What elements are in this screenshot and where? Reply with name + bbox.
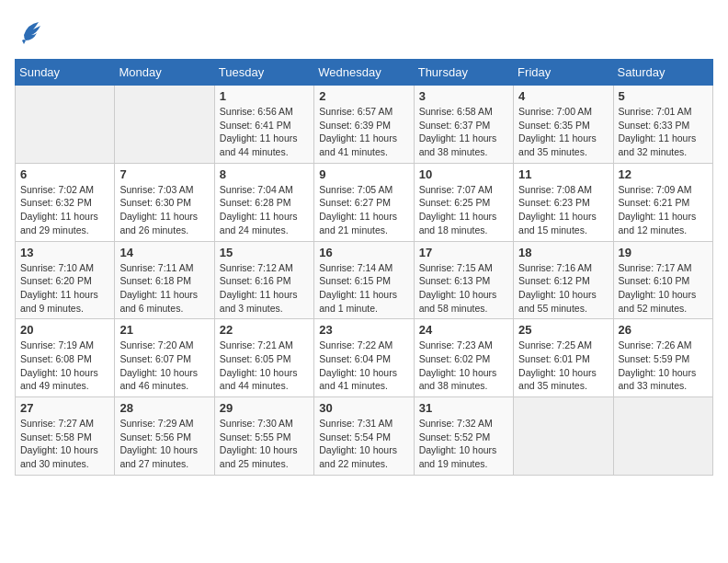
day-info: Sunrise: 7:21 AM Sunset: 6:05 PM Dayligh…	[220, 339, 309, 393]
day-number: 22	[220, 323, 309, 337]
day-info: Sunrise: 7:27 AM Sunset: 5:58 PM Dayligh…	[20, 417, 109, 471]
calendar-day-cell: 7Sunrise: 7:03 AM Sunset: 6:30 PM Daylig…	[115, 163, 214, 241]
day-number: 30	[319, 401, 408, 415]
calendar-day-cell: 17Sunrise: 7:15 AM Sunset: 6:13 PM Dayli…	[414, 241, 513, 319]
day-number: 13	[20, 246, 109, 259]
calendar-day-cell: 30Sunrise: 7:31 AM Sunset: 5:54 PM Dayli…	[314, 397, 414, 476]
day-info: Sunrise: 7:29 AM Sunset: 5:56 PM Dayligh…	[119, 417, 209, 471]
day-info: Sunrise: 7:16 AM Sunset: 6:12 PM Dayligh…	[518, 261, 608, 316]
day-number: 17	[419, 246, 508, 259]
day-number: 29	[220, 401, 309, 415]
calendar-day-cell: 15Sunrise: 7:12 AM Sunset: 6:16 PM Dayli…	[214, 241, 313, 319]
calendar-day-cell: 22Sunrise: 7:21 AM Sunset: 6:05 PM Dayli…	[214, 319, 313, 397]
calendar-day-cell	[613, 397, 712, 476]
day-info: Sunrise: 6:58 AM Sunset: 6:37 PM Dayligh…	[419, 105, 508, 159]
day-number: 27	[20, 401, 109, 415]
calendar-day-cell: 13Sunrise: 7:10 AM Sunset: 6:20 PM Dayli…	[16, 241, 115, 319]
weekday-header-tuesday: Tuesday	[214, 60, 313, 86]
day-number: 10	[419, 167, 508, 181]
day-info: Sunrise: 7:20 AM Sunset: 6:07 PM Dayligh…	[119, 339, 209, 393]
calendar-day-cell	[514, 397, 613, 476]
calendar-day-cell	[115, 86, 214, 164]
day-number: 5	[619, 89, 708, 103]
calendar-week-row: 1Sunrise: 6:56 AM Sunset: 6:41 PM Daylig…	[16, 86, 713, 164]
calendar-day-cell: 24Sunrise: 7:23 AM Sunset: 6:02 PM Dayli…	[414, 319, 513, 397]
day-number: 12	[619, 167, 708, 181]
calendar-week-row: 13Sunrise: 7:10 AM Sunset: 6:20 PM Dayli…	[16, 241, 713, 319]
weekday-header-wednesday: Wednesday	[314, 60, 414, 86]
calendar-week-row: 6Sunrise: 7:02 AM Sunset: 6:32 PM Daylig…	[16, 163, 713, 241]
day-info: Sunrise: 7:32 AM Sunset: 5:52 PM Dayligh…	[419, 417, 508, 471]
day-info: Sunrise: 7:10 AM Sunset: 6:20 PM Dayligh…	[20, 261, 109, 316]
calendar-day-cell: 14Sunrise: 7:11 AM Sunset: 6:18 PM Dayli…	[115, 241, 214, 319]
day-info: Sunrise: 7:07 AM Sunset: 6:25 PM Dayligh…	[419, 183, 508, 237]
calendar-day-cell: 10Sunrise: 7:07 AM Sunset: 6:25 PM Dayli…	[414, 163, 513, 241]
calendar-day-cell: 25Sunrise: 7:25 AM Sunset: 6:01 PM Dayli…	[514, 319, 613, 397]
day-number: 18	[518, 246, 608, 259]
day-info: Sunrise: 7:02 AM Sunset: 6:32 PM Dayligh…	[20, 183, 109, 237]
calendar-day-cell: 27Sunrise: 7:27 AM Sunset: 5:58 PM Dayli…	[16, 397, 115, 476]
day-number: 21	[119, 323, 209, 337]
day-info: Sunrise: 6:57 AM Sunset: 6:39 PM Dayligh…	[319, 105, 408, 159]
weekday-header-thursday: Thursday	[414, 60, 513, 86]
day-info: Sunrise: 7:26 AM Sunset: 5:59 PM Dayligh…	[619, 339, 708, 393]
day-number: 11	[518, 167, 608, 181]
weekday-header-saturday: Saturday	[613, 60, 712, 86]
day-info: Sunrise: 6:56 AM Sunset: 6:41 PM Dayligh…	[220, 105, 309, 159]
day-info: Sunrise: 7:23 AM Sunset: 6:02 PM Dayligh…	[419, 339, 508, 393]
logo	[15, 15, 48, 48]
calendar-day-cell: 11Sunrise: 7:08 AM Sunset: 6:23 PM Dayli…	[514, 163, 613, 241]
calendar-day-cell: 1Sunrise: 6:56 AM Sunset: 6:41 PM Daylig…	[214, 86, 313, 164]
day-number: 24	[419, 323, 508, 337]
day-number: 9	[319, 167, 408, 181]
calendar-day-cell: 8Sunrise: 7:04 AM Sunset: 6:28 PM Daylig…	[214, 163, 313, 241]
day-number: 26	[619, 323, 708, 337]
weekday-header-sunday: Sunday	[16, 60, 115, 86]
calendar-day-cell: 23Sunrise: 7:22 AM Sunset: 6:04 PM Dayli…	[314, 319, 414, 397]
calendar-day-cell: 31Sunrise: 7:32 AM Sunset: 5:52 PM Dayli…	[414, 397, 513, 476]
calendar-day-cell: 3Sunrise: 6:58 AM Sunset: 6:37 PM Daylig…	[414, 86, 513, 164]
day-info: Sunrise: 7:31 AM Sunset: 5:54 PM Dayligh…	[319, 417, 408, 471]
calendar-day-cell: 29Sunrise: 7:30 AM Sunset: 5:55 PM Dayli…	[214, 397, 313, 476]
calendar-week-row: 20Sunrise: 7:19 AM Sunset: 6:08 PM Dayli…	[16, 319, 713, 397]
day-number: 14	[119, 246, 209, 259]
day-number: 15	[220, 246, 309, 259]
calendar-day-cell: 12Sunrise: 7:09 AM Sunset: 6:21 PM Dayli…	[613, 163, 712, 241]
calendar-day-cell: 20Sunrise: 7:19 AM Sunset: 6:08 PM Dayli…	[16, 319, 115, 397]
day-info: Sunrise: 7:08 AM Sunset: 6:23 PM Dayligh…	[518, 183, 608, 237]
day-info: Sunrise: 7:12 AM Sunset: 6:16 PM Dayligh…	[220, 261, 309, 316]
calendar-day-cell: 28Sunrise: 7:29 AM Sunset: 5:56 PM Dayli…	[115, 397, 214, 476]
day-info: Sunrise: 7:14 AM Sunset: 6:15 PM Dayligh…	[319, 261, 408, 316]
calendar-day-cell: 4Sunrise: 7:00 AM Sunset: 6:35 PM Daylig…	[514, 86, 613, 164]
day-info: Sunrise: 7:09 AM Sunset: 6:21 PM Dayligh…	[619, 183, 708, 237]
day-number: 4	[518, 89, 608, 103]
day-info: Sunrise: 7:22 AM Sunset: 6:04 PM Dayligh…	[319, 339, 408, 393]
day-info: Sunrise: 7:05 AM Sunset: 6:27 PM Dayligh…	[319, 183, 408, 237]
day-info: Sunrise: 7:15 AM Sunset: 6:13 PM Dayligh…	[419, 261, 508, 316]
day-number: 3	[419, 89, 508, 103]
day-number: 6	[20, 167, 109, 181]
calendar-day-cell: 16Sunrise: 7:14 AM Sunset: 6:15 PM Dayli…	[314, 241, 414, 319]
calendar-day-cell: 5Sunrise: 7:01 AM Sunset: 6:33 PM Daylig…	[613, 86, 712, 164]
weekday-header-monday: Monday	[115, 60, 214, 86]
weekday-header-row: SundayMondayTuesdayWednesdayThursdayFrid…	[16, 60, 713, 86]
calendar-day-cell: 2Sunrise: 6:57 AM Sunset: 6:39 PM Daylig…	[314, 86, 414, 164]
calendar-week-row: 27Sunrise: 7:27 AM Sunset: 5:58 PM Dayli…	[16, 397, 713, 476]
day-number: 7	[119, 167, 209, 181]
day-number: 28	[119, 401, 209, 415]
day-number: 23	[319, 323, 408, 337]
day-info: Sunrise: 7:00 AM Sunset: 6:35 PM Dayligh…	[518, 105, 608, 159]
day-info: Sunrise: 7:17 AM Sunset: 6:10 PM Dayligh…	[619, 261, 708, 316]
day-number: 1	[220, 89, 309, 103]
day-number: 31	[419, 401, 508, 415]
day-info: Sunrise: 7:01 AM Sunset: 6:33 PM Dayligh…	[619, 105, 708, 159]
calendar-table: SundayMondayTuesdayWednesdayThursdayFrid…	[15, 59, 713, 476]
calendar-day-cell: 18Sunrise: 7:16 AM Sunset: 6:12 PM Dayli…	[514, 241, 613, 319]
weekday-header-friday: Friday	[514, 60, 613, 86]
day-info: Sunrise: 7:25 AM Sunset: 6:01 PM Dayligh…	[518, 339, 608, 393]
day-number: 19	[619, 246, 708, 259]
day-number: 16	[319, 246, 408, 259]
calendar-day-cell: 6Sunrise: 7:02 AM Sunset: 6:32 PM Daylig…	[16, 163, 115, 241]
day-info: Sunrise: 7:19 AM Sunset: 6:08 PM Dayligh…	[20, 339, 109, 393]
calendar-day-cell: 19Sunrise: 7:17 AM Sunset: 6:10 PM Dayli…	[613, 241, 712, 319]
